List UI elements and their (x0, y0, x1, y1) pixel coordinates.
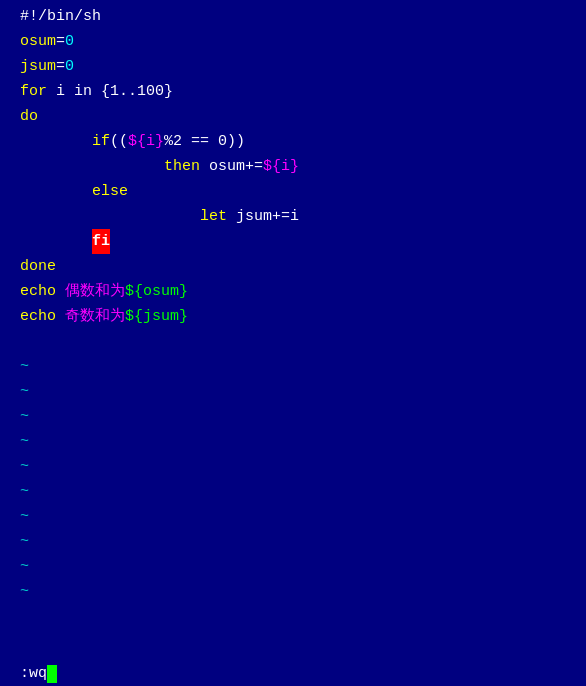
left-bar (0, 0, 18, 686)
line-jsum: jsum=0 (0, 54, 586, 79)
line-fi: fi (0, 229, 586, 254)
line-osum: osum=0 (0, 29, 586, 54)
tilde-9: ~ (0, 554, 586, 579)
status-line: :wq (0, 661, 586, 686)
line-blank (0, 329, 586, 354)
tilde-10: ~ (0, 579, 586, 604)
line-else: else (0, 179, 586, 204)
tilde-5: ~ (0, 454, 586, 479)
line-for: for i in {1..100} (0, 79, 586, 104)
line-done: done (0, 254, 586, 279)
editor: #!/bin/sh osum=0 jsum=0 for i in {1..100… (0, 0, 586, 686)
line-do: do (0, 104, 586, 129)
tilde-6: ~ (0, 479, 586, 504)
tilde-2: ~ (0, 379, 586, 404)
line-shebang: #!/bin/sh (0, 4, 586, 29)
tilde-7: ~ (0, 504, 586, 529)
line-echo1: echo 偶数和为${osum} (0, 279, 586, 304)
line-if: if((${i}%2 == 0)) (0, 129, 586, 154)
command-text: :wq (20, 661, 47, 686)
line-echo2: echo 奇数和为${jsum} (0, 304, 586, 329)
tilde-3: ~ (0, 404, 586, 429)
line-then: then osum+=${i} (0, 154, 586, 179)
tilde-4: ~ (0, 429, 586, 454)
tilde-1: ~ (0, 354, 586, 379)
tilde-8: ~ (0, 529, 586, 554)
line-let: let jsum+=i (0, 204, 586, 229)
cursor (47, 665, 57, 683)
